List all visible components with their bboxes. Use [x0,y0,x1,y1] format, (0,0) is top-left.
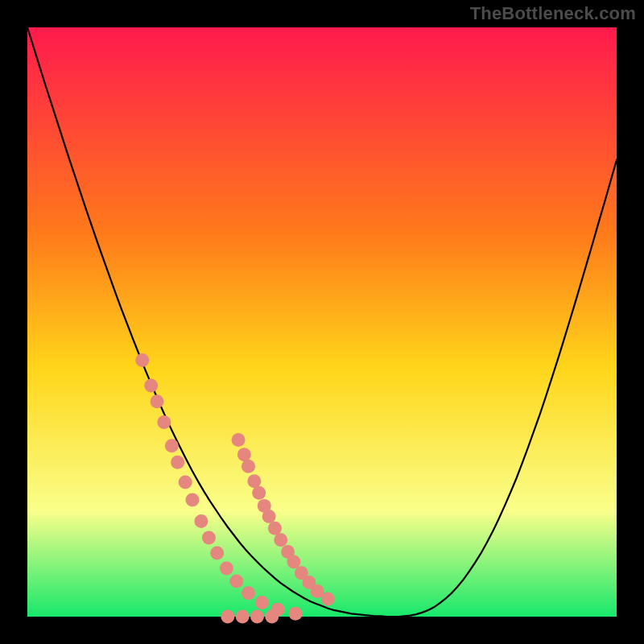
curve-marker [202,530,216,544]
curve-marker [250,610,264,624]
curve-marker [265,610,279,624]
curve-marker [247,474,261,488]
curve-marker [321,592,335,606]
curve-marker [242,586,255,600]
curve-marker [165,439,179,452]
curve-marker [255,596,269,609]
curve-marker [144,379,158,393]
curve-marker [220,561,233,575]
curve-marker [289,607,303,621]
curve-marker [262,510,276,523]
chart-frame: TheBottleneck.com [0,0,644,644]
curve-marker [274,533,287,547]
curve-marker [252,486,266,500]
curve-marker [242,460,255,473]
curve-marker [179,476,192,489]
curve-marker [268,522,282,535]
curve-marker [236,610,250,624]
curve-marker [171,456,184,469]
curve-marker [210,546,224,559]
curve-marker [221,610,234,624]
gradient-background [27,27,617,617]
curve-marker [287,555,300,568]
curve-marker [135,353,149,367]
curve-marker [229,575,243,588]
bottleneck-chart [0,0,644,644]
curve-marker [151,394,164,408]
curve-marker [194,514,208,528]
curve-marker [157,415,171,429]
curve-marker [237,448,251,461]
curve-marker [232,433,246,447]
curve-marker [185,493,199,507]
